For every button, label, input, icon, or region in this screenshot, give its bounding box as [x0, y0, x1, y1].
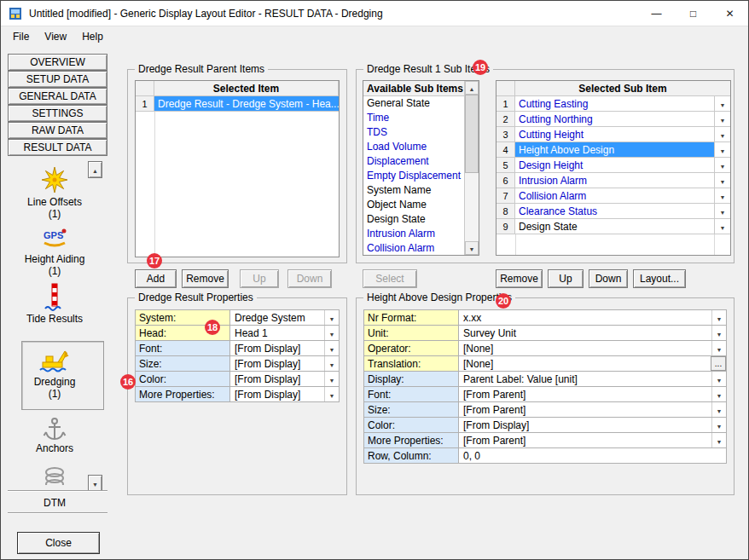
more-properties-select[interactable]: [From Parent]: [459, 432, 727, 448]
parent-item-value[interactable]: Dredge Result - Dredge System - Hea...: [154, 96, 339, 112]
list-item[interactable]: System Name: [363, 183, 479, 198]
up-sub-button[interactable]: Up: [548, 269, 584, 288]
color-select[interactable]: [From Display]: [459, 417, 727, 433]
color-select[interactable]: [From Display]: [230, 371, 340, 387]
sub-item-value[interactable]: Cutting Easting: [515, 96, 715, 112]
up-parent-button[interactable]: Up: [240, 269, 279, 288]
tide-results-icon[interactable]: [44, 282, 66, 311]
dropdown-button[interactable]: [711, 402, 726, 417]
sub-item-value[interactable]: Design Height: [515, 158, 715, 173]
dropdown-button[interactable]: [324, 387, 339, 401]
line-offsets-icon[interactable]: [39, 165, 70, 195]
sub-item-value[interactable]: Design State: [515, 219, 715, 234]
translation-field[interactable]: [None] ...: [459, 355, 727, 372]
row-column-field[interactable]: 0, 0: [459, 447, 727, 464]
menu-help[interactable]: Help: [74, 28, 111, 45]
table-row[interactable]: 2 Cutting Northing: [496, 112, 730, 127]
dropdown-button[interactable]: [711, 310, 726, 325]
select-button[interactable]: Select: [363, 269, 417, 288]
list-item[interactable]: TDS: [363, 125, 479, 140]
menu-view[interactable]: View: [37, 28, 74, 45]
dtm-label[interactable]: DTM: [8, 497, 102, 509]
menu-file[interactable]: File: [5, 28, 37, 45]
sub-item-value[interactable]: Cutting Height: [515, 127, 715, 142]
system-select[interactable]: Dredge System: [230, 309, 340, 326]
size-select[interactable]: [From Parent]: [459, 401, 727, 418]
dropdown-button[interactable]: [324, 356, 339, 371]
list-item[interactable]: Load Volume: [363, 140, 479, 154]
sidebar-item-general-data[interactable]: GENERAL DATA: [8, 88, 107, 105]
close-button[interactable]: Close: [17, 532, 100, 554]
layout-button[interactable]: Layout...: [633, 269, 686, 288]
display-select[interactable]: Parent Label: Value [unit]: [459, 371, 727, 387]
row-dropdown-button[interactable]: [715, 142, 730, 158]
sub-item-value[interactable]: Cutting Northing: [515, 112, 715, 127]
ellipsis-button[interactable]: ...: [711, 356, 726, 371]
minimize-button[interactable]: —: [638, 1, 675, 26]
scrollbar-thumb[interactable]: [465, 95, 479, 173]
list-item[interactable]: Displacement: [363, 154, 479, 169]
dropdown-button[interactable]: [711, 433, 726, 447]
sidebar-item-raw-data[interactable]: RAW DATA: [8, 122, 107, 139]
operator-select[interactable]: [None]: [459, 340, 727, 356]
list-item[interactable]: Empty Displacement: [363, 169, 479, 183]
height-aiding-icon[interactable]: GPS: [41, 226, 68, 251]
row-dropdown-button[interactable]: [715, 188, 730, 204]
dropdown-button[interactable]: [711, 341, 726, 355]
dredging-label[interactable]: Dredging: [8, 376, 102, 388]
remove-parent-button[interactable]: Remove: [182, 269, 229, 288]
add-button[interactable]: Add: [135, 269, 177, 288]
remove-sub-button[interactable]: Remove: [496, 269, 543, 288]
dropdown-button[interactable]: [711, 372, 726, 386]
dtm-icon[interactable]: [44, 465, 66, 485]
table-row[interactable]: 1 Cutting Easting: [496, 96, 730, 112]
dropdown-button[interactable]: [711, 387, 726, 401]
sidebar-item-overview[interactable]: OVERVIEW: [8, 54, 107, 71]
list-item[interactable]: Time: [363, 111, 479, 125]
nr-format-select[interactable]: x.xx: [459, 309, 727, 326]
dropdown-button[interactable]: [711, 326, 726, 340]
scrollbar-up-button[interactable]: [465, 81, 479, 95]
down-parent-button[interactable]: Down: [287, 269, 332, 288]
anchors-label[interactable]: Anchors: [8, 442, 102, 454]
sub-item-value[interactable]: Height Above Design: [515, 142, 715, 158]
row-dropdown-button[interactable]: [715, 158, 730, 173]
maximize-button[interactable]: □: [675, 1, 711, 26]
sidebar-item-setup-data[interactable]: SETUP DATA: [8, 71, 107, 88]
more-properties-select[interactable]: [From Display]: [230, 386, 340, 402]
table-row-selected[interactable]: 4 Height Above Design: [496, 142, 730, 158]
table-row[interactable]: 1 Dredge Result - Dredge System - Hea...: [136, 96, 339, 112]
table-row[interactable]: 9 Design State: [496, 219, 730, 234]
down-sub-button[interactable]: Down: [589, 269, 628, 288]
size-select[interactable]: [From Display]: [230, 355, 340, 372]
scrollbar-down-button[interactable]: [465, 241, 479, 255]
sub-item-value[interactable]: Collision Alarm: [515, 188, 715, 204]
sub-item-value[interactable]: Intrusion Alarm: [515, 173, 715, 188]
table-row[interactable]: 8 Clearance Status: [496, 204, 730, 219]
anchors-icon[interactable]: [41, 416, 68, 443]
list-item[interactable]: Collision Alarm: [363, 241, 479, 256]
height-aiding-label[interactable]: Height Aiding: [8, 253, 102, 265]
row-dropdown-button[interactable]: [715, 112, 730, 127]
row-dropdown-button[interactable]: [715, 204, 730, 219]
dropdown-button[interactable]: [324, 310, 339, 325]
list-item[interactable]: General State: [363, 96, 479, 111]
sidebar-item-settings[interactable]: SETTINGS: [8, 105, 107, 122]
row-dropdown-button[interactable]: [715, 96, 730, 112]
dredging-icon[interactable]: [39, 346, 70, 375]
list-item[interactable]: Design State: [363, 212, 479, 227]
close-window-button[interactable]: ✕: [711, 1, 748, 26]
list-item[interactable]: Object Name: [363, 198, 479, 212]
head-select[interactable]: Head 1: [230, 325, 340, 341]
font-select[interactable]: [From Display]: [230, 340, 340, 356]
table-row[interactable]: 5 Design Height: [496, 158, 730, 173]
tide-results-label[interactable]: Tide Results: [8, 313, 102, 325]
line-offsets-label[interactable]: Line Offsets: [8, 196, 102, 208]
table-row[interactable]: 6 Intrusion Alarm: [496, 173, 730, 188]
table-row[interactable]: 7 Collision Alarm: [496, 188, 730, 204]
dropdown-button[interactable]: [324, 372, 339, 386]
scroll-up-button[interactable]: [88, 161, 102, 178]
scroll-down-button[interactable]: [88, 475, 102, 492]
row-dropdown-button[interactable]: [715, 127, 730, 142]
dropdown-button[interactable]: [324, 326, 339, 340]
